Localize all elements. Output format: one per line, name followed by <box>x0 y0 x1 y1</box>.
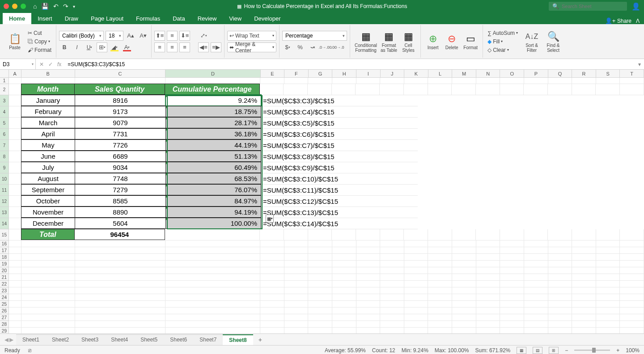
cell-P19[interactable] <box>524 261 548 267</box>
cell-A1[interactable] <box>9 78 21 84</box>
cell-C20[interactable] <box>75 267 165 274</box>
cell-G17[interactable] <box>308 247 332 254</box>
col-header-J[interactable]: J <box>381 70 405 77</box>
cell-H23[interactable] <box>332 287 356 294</box>
row-header-11[interactable]: 11 <box>0 185 9 196</box>
cell-A19[interactable] <box>9 261 21 267</box>
autofill-options[interactable]: ▦▾ <box>266 215 274 223</box>
cell-N23[interactable] <box>476 287 500 294</box>
row-header-17[interactable]: 17 <box>0 247 9 254</box>
cell-F22[interactable] <box>284 281 309 287</box>
cell-T20[interactable] <box>620 267 644 274</box>
cell-B19[interactable] <box>21 261 75 267</box>
cell-C27[interactable] <box>75 314 165 321</box>
cell-R24[interactable] <box>572 294 596 301</box>
cell-G29[interactable] <box>308 328 332 333</box>
row-header-12[interactable]: 12 <box>0 196 9 207</box>
macro-record-icon[interactable]: ⎚ <box>28 347 31 354</box>
cell-C12[interactable]: 8585 <box>75 195 166 206</box>
cell-A16[interactable] <box>9 240 21 247</box>
cell-N25[interactable] <box>476 301 500 308</box>
col-header-B[interactable]: B <box>21 70 75 77</box>
cell-C2[interactable]: Sales Quantity <box>74 84 165 95</box>
col-header-F[interactable]: F <box>284 70 309 77</box>
cell-A21[interactable] <box>9 274 21 281</box>
sheet-tab-sheet5[interactable]: Sheet5 <box>134 334 164 345</box>
cell-C17[interactable] <box>75 247 165 254</box>
cell-R26[interactable] <box>572 308 596 314</box>
font-color-button[interactable]: A▾ <box>122 42 132 52</box>
cell-S21[interactable] <box>596 274 620 281</box>
cell-M18[interactable] <box>452 254 476 261</box>
cell-E9[interactable]: =SUM($C$3:C9)/$C$15 <box>261 162 418 173</box>
cell-R15[interactable] <box>572 229 596 240</box>
cell-O25[interactable] <box>500 301 524 308</box>
sheet-tab-sheet7[interactable]: Sheet7 <box>193 334 223 345</box>
cell-J22[interactable] <box>380 281 404 287</box>
cell-T15[interactable] <box>620 229 644 240</box>
sort-filter-button[interactable]: A↓ZSort & Filter <box>522 30 541 54</box>
cell-I23[interactable] <box>356 287 381 294</box>
cell-P28[interactable] <box>524 321 548 328</box>
cell-L26[interactable] <box>428 308 452 314</box>
search-sheet[interactable]: 🔍 <box>549 2 627 11</box>
cell-D8[interactable]: 51.13% <box>165 151 261 162</box>
cell-D27[interactable] <box>165 314 260 321</box>
cell-C8[interactable]: 6689 <box>75 151 166 162</box>
cell-A6[interactable] <box>9 129 21 140</box>
cell-I15[interactable] <box>356 229 380 240</box>
cell-O24[interactable] <box>500 294 524 301</box>
formula-input[interactable]: =SUM($C$3:C3)/$C$15 <box>65 59 635 69</box>
cell-S24[interactable] <box>596 294 620 301</box>
zoom-window[interactable] <box>21 4 26 9</box>
cell-F17[interactable] <box>284 247 309 254</box>
cell-H16[interactable] <box>332 240 356 247</box>
cell-Q18[interactable] <box>548 254 572 261</box>
merge-center-button[interactable]: ⬌Merge & Center▾ <box>227 42 276 52</box>
cell-C9[interactable]: 9034 <box>75 162 166 173</box>
decrease-indent[interactable]: ◀≡ <box>198 42 209 52</box>
row-header-13[interactable]: 13 <box>0 207 9 218</box>
tab-view[interactable]: View <box>223 13 248 24</box>
cell-E10[interactable]: =SUM($C$3:C10)/$C$15 <box>261 173 418 185</box>
cell-M22[interactable] <box>452 281 476 287</box>
row-header-18[interactable]: 18 <box>0 254 9 261</box>
cell-C26[interactable] <box>75 308 165 314</box>
cell-K27[interactable] <box>404 314 428 321</box>
cell-J25[interactable] <box>380 301 404 308</box>
cell-B1[interactable] <box>21 78 75 84</box>
cell-F2[interactable] <box>284 84 308 95</box>
cell-J27[interactable] <box>380 314 404 321</box>
cell-R27[interactable] <box>572 314 596 321</box>
cell-K17[interactable] <box>404 247 428 254</box>
profile-icon[interactable]: 👤 <box>631 2 640 11</box>
cell-I20[interactable] <box>356 267 381 274</box>
cell-B2[interactable]: Month <box>21 84 75 95</box>
row-header-19[interactable]: 19 <box>0 261 9 267</box>
cell-N24[interactable] <box>476 294 500 301</box>
cell-O27[interactable] <box>500 314 524 321</box>
cell-F27[interactable] <box>284 314 309 321</box>
sheet-tab-sheet2[interactable]: Sheet2 <box>46 334 75 345</box>
cell-N26[interactable] <box>476 308 500 314</box>
cell-H2[interactable] <box>332 84 356 95</box>
col-header-Q[interactable]: Q <box>548 70 572 77</box>
cell-N15[interactable] <box>476 229 500 240</box>
cell-M1[interactable] <box>452 78 476 84</box>
cell-R18[interactable] <box>572 254 596 261</box>
normal-view[interactable]: ▦ <box>517 347 526 354</box>
orientation-button[interactable]: ⤢▾ <box>198 31 209 41</box>
col-header-N[interactable]: N <box>476 70 500 77</box>
cell-D16[interactable] <box>165 240 260 247</box>
cell-T2[interactable] <box>620 84 644 95</box>
cell-A3[interactable] <box>9 95 21 106</box>
row-header-2[interactable]: 2 <box>0 84 9 95</box>
row-header-28[interactable]: 28 <box>0 321 9 328</box>
cell-C16[interactable] <box>75 240 165 247</box>
cell-P21[interactable] <box>524 274 548 281</box>
cell-L21[interactable] <box>428 274 452 281</box>
cell-F21[interactable] <box>284 274 309 281</box>
cell-G15[interactable] <box>308 229 332 240</box>
cell-K2[interactable] <box>404 84 428 95</box>
align-center[interactable]: ≡ <box>167 42 178 52</box>
